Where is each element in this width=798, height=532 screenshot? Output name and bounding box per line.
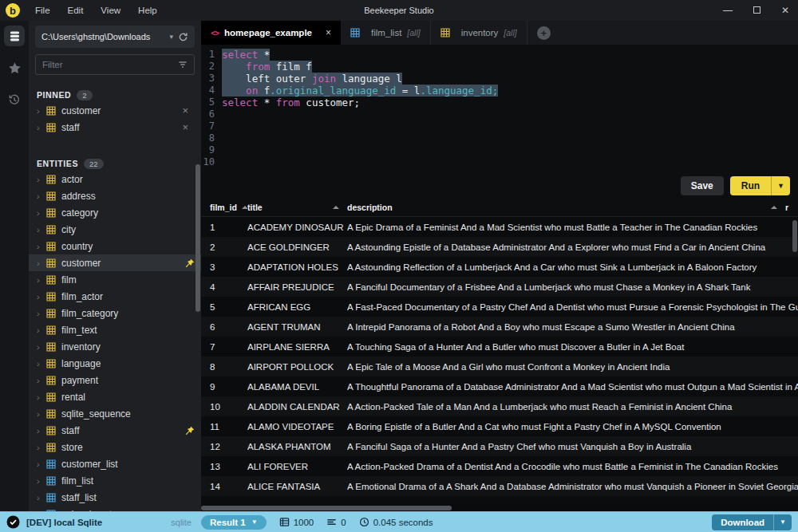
tab-homepage_example[interactable]: <>homepage_example× (201, 21, 341, 45)
column-header-film-id[interactable]: film_id (201, 203, 247, 212)
sidebar-scrollbar[interactable] (196, 164, 200, 312)
chevron-right-icon[interactable]: › (37, 175, 46, 184)
chevron-right-icon[interactable]: › (37, 392, 46, 402)
minimize-icon[interactable]: — (723, 5, 733, 16)
entity-item-language[interactable]: ›language (29, 355, 201, 372)
entity-item-country[interactable]: ›country (29, 238, 201, 254)
chevron-right-icon[interactable]: › (37, 106, 46, 116)
chevron-right-icon[interactable]: › (37, 510, 46, 512)
table-row[interactable]: 4AFFAIR PREJUDICEA Fanciful Documentary … (201, 277, 798, 297)
chevron-right-icon[interactable]: › (37, 258, 46, 268)
chevron-right-icon[interactable]: › (37, 242, 46, 251)
chevron-right-icon[interactable]: › (37, 476, 46, 486)
chevron-right-icon[interactable]: › (37, 342, 46, 352)
pinned-item-customer[interactable]: ›customer× (29, 102, 201, 119)
column-header-title[interactable]: title (247, 203, 347, 212)
table-row[interactable]: 10ALADDIN CALENDARA Action-Packed Tale o… (201, 396, 798, 416)
column-header-description[interactable]: description (347, 203, 785, 212)
entity-item-city[interactable]: ›city (29, 221, 201, 238)
entity-item-film_category[interactable]: ›film_category (29, 305, 201, 321)
table-row[interactable]: 11ALAMO VIDEOTAPEA Boring Epistle of a B… (201, 416, 798, 436)
entity-item-customer_list[interactable]: ›customer_list (29, 455, 201, 472)
entity-item-rental[interactable]: ›rental (29, 388, 201, 405)
chevron-right-icon[interactable]: › (37, 493, 46, 502)
entity-item-customer[interactable]: ›customer (29, 254, 201, 271)
tab-close-icon[interactable]: × (326, 27, 331, 38)
results-vertical-scrollbar[interactable] (792, 220, 797, 252)
results-horizontal-scrollbar[interactable] (201, 505, 798, 511)
table-row[interactable]: 3ADAPTATION HOLESA Astounding Reflection… (201, 257, 798, 277)
entity-item-sqlite_sequence[interactable]: ›sqlite_sequence (29, 405, 201, 422)
run-button[interactable]: Run (730, 176, 771, 195)
table-row[interactable]: 8AIRPORT POLLOCKA Epic Tale of a Moose A… (201, 357, 798, 376)
table-row[interactable]: 2ACE GOLDFINGERA Astounding Epistle of a… (201, 237, 798, 257)
entity-item-sales_by_store[interactable]: ›sales_by_store (29, 506, 201, 511)
pinned-item-staff[interactable]: ›staff× (29, 119, 201, 136)
chevron-right-icon[interactable]: › (37, 208, 46, 218)
history-icon[interactable] (4, 89, 25, 110)
download-button[interactable]: Download (712, 514, 773, 530)
entity-item-film_text[interactable]: ›film_text (29, 321, 201, 338)
entity-item-film_actor[interactable]: ›film_actor (29, 288, 201, 305)
chevron-right-icon[interactable]: › (37, 225, 46, 234)
table-row[interactable]: 6AGENT TRUMANA Intrepid Panorama of a Ro… (201, 317, 798, 337)
tab-inventory[interactable]: inventory[all] (431, 21, 527, 45)
chevron-right-icon[interactable]: › (37, 359, 46, 368)
chevron-right-icon[interactable]: › (37, 325, 46, 335)
chevron-right-icon[interactable]: › (37, 409, 46, 419)
filter-input[interactable] (42, 60, 178, 69)
chevron-right-icon[interactable]: › (37, 426, 46, 435)
add-tab-button[interactable]: + (537, 26, 551, 40)
maximize-icon[interactable] (752, 5, 761, 16)
chevron-right-icon[interactable]: › (37, 123, 46, 132)
run-options-caret[interactable]: ▼ (771, 176, 790, 195)
menu-view[interactable]: View (92, 0, 129, 21)
entity-item-staff_list[interactable]: ›staff_list (29, 489, 201, 506)
table-row[interactable]: 12ALASKA PHANTOMA Fanciful Saga of a Hun… (201, 436, 798, 456)
table-row[interactable]: 13ALI FOREVERA Action-Packed Drama of a … (201, 456, 798, 476)
table-row[interactable]: 9ALABAMA DEVILA Thoughtful Panorama of a… (201, 376, 798, 396)
entity-item-category[interactable]: ›category (29, 204, 201, 221)
cell-title: ALABAMA DEVIL (247, 382, 347, 392)
table-row[interactable]: 7AIRPLANE SIERRAA Touching Saga of a Hun… (201, 337, 798, 357)
table-row[interactable]: 1ACADEMY DINOSAURA Epic Drama of a Femin… (201, 217, 798, 237)
sort-icon[interactable] (771, 206, 777, 209)
unpin-close-icon[interactable]: × (182, 104, 195, 116)
connection-name[interactable]: [DEV] local Sqlite (26, 518, 102, 527)
chevron-right-icon[interactable]: › (37, 443, 46, 452)
chevron-right-icon[interactable]: › (37, 459, 46, 469)
unpin-close-icon[interactable]: × (182, 121, 195, 133)
entity-item-film[interactable]: ›film (29, 271, 201, 288)
chevron-right-icon[interactable]: › (37, 191, 46, 201)
download-options-caret[interactable]: ▼ (773, 514, 792, 530)
menu-help[interactable]: Help (129, 0, 166, 21)
sort-icon[interactable] (242, 206, 247, 209)
chevron-right-icon[interactable]: › (37, 309, 46, 318)
save-button[interactable]: Save (681, 176, 724, 195)
chevron-right-icon[interactable]: › (37, 292, 46, 301)
connection-dropdown[interactable]: C:\Users\ghstng\Downloads ▾ (35, 26, 195, 48)
result-selector-button[interactable]: Result 1▼ (201, 515, 267, 530)
entity-item-store[interactable]: ›store (29, 439, 201, 455)
favorites-star-icon[interactable] (4, 57, 25, 78)
menu-file[interactable]: File (26, 0, 59, 21)
sort-icon[interactable] (333, 206, 339, 209)
entity-item-staff[interactable]: ›staff (29, 422, 201, 439)
table-row[interactable]: 5AFRICAN EGGA Fast-Paced Documentary of … (201, 297, 798, 317)
close-icon[interactable]: ✕ (780, 5, 790, 16)
entity-item-address[interactable]: ›address (29, 187, 201, 204)
filter-icon[interactable] (178, 60, 188, 69)
menu-edit[interactable]: Edit (59, 0, 93, 21)
tab-film_list[interactable]: film_list[all] (341, 21, 431, 45)
sql-editor[interactable]: 1select *2 from film f3 left outer join … (201, 45, 798, 174)
column-header-overflow[interactable]: r (785, 203, 798, 212)
table-row[interactable]: 14ALICE FANTASIAA Emotional Drama of a A… (201, 476, 798, 496)
database-icon[interactable] (4, 26, 25, 46)
chevron-right-icon[interactable]: › (37, 275, 46, 285)
refresh-icon[interactable] (178, 32, 188, 42)
entity-item-payment[interactable]: ›payment (29, 372, 201, 388)
chevron-right-icon[interactable]: › (37, 376, 46, 385)
entity-item-actor[interactable]: ›actor (29, 171, 201, 187)
entity-item-film_list[interactable]: ›film_list (29, 472, 201, 489)
entity-item-inventory[interactable]: ›inventory (29, 338, 201, 355)
